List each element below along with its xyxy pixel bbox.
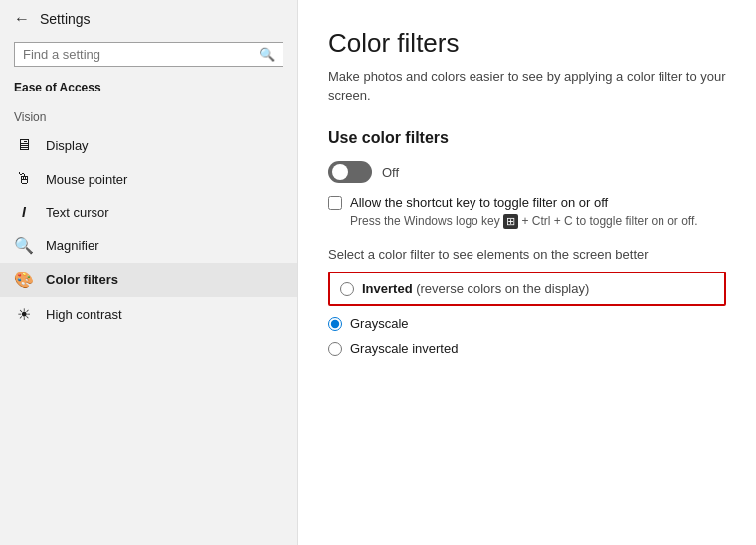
filter-inverted-radio[interactable]	[340, 282, 354, 296]
back-button[interactable]: ←	[14, 10, 30, 28]
magnifier-icon: 🔍	[14, 236, 34, 255]
filter-inverted-bold-label: Inverted	[362, 281, 413, 296]
sidebar-item-display[interactable]: 🖥 Display	[0, 128, 297, 162]
sidebar-item-color-filters[interactable]: 🎨 Color filters	[0, 263, 297, 297]
toggle-state-label: Off	[382, 165, 399, 180]
high-contrast-icon: ☀	[14, 305, 34, 324]
shortcut-checkbox[interactable]	[328, 196, 342, 210]
filter-option-grayscale[interactable]: Grayscale	[328, 316, 726, 331]
vision-section-label: Vision	[0, 102, 297, 128]
sidebar-header: ← Settings	[0, 0, 297, 38]
section-title: Use color filters	[328, 129, 726, 147]
filter-option-inverted[interactable]: Inverted (reverse colors on the display)	[328, 272, 726, 306]
win-key-icon: ⊞	[503, 214, 518, 229]
filter-options: Inverted (reverse colors on the display)…	[328, 272, 726, 356]
sidebar-item-mouse-pointer[interactable]: 🖱 Mouse pointer	[0, 162, 297, 196]
sidebar-item-label: Mouse pointer	[46, 172, 127, 187]
main-content: Color filters Make photos and colors eas…	[298, 0, 756, 545]
shortcut-checkbox-row: Allow the shortcut key to toggle filter …	[328, 195, 726, 210]
ease-of-access-label: Ease of Access	[0, 77, 297, 102]
shortcut-hint: Press the Windows logo key ⊞ + Ctrl + C …	[350, 214, 726, 229]
sidebar-item-label: Display	[46, 138, 89, 153]
toggle-knob	[332, 164, 348, 180]
filter-grayscale-inverted-label[interactable]: Grayscale inverted	[350, 341, 458, 356]
filter-grayscale-label[interactable]: Grayscale	[350, 316, 409, 331]
page-title: Color filters	[328, 28, 726, 59]
page-description: Make photos and colors easier to see by …	[328, 67, 726, 105]
shortcut-checkbox-label[interactable]: Allow the shortcut key to toggle filter …	[350, 195, 608, 210]
filter-option-grayscale-inverted[interactable]: Grayscale inverted	[328, 341, 726, 356]
search-input[interactable]	[23, 47, 253, 62]
text-cursor-icon: I	[14, 204, 34, 220]
search-icon: 🔍	[259, 47, 275, 62]
sidebar-item-text-cursor[interactable]: I Text cursor	[0, 196, 297, 228]
filter-inverted-desc: (reverse colors on the display)	[413, 281, 590, 296]
search-box[interactable]: 🔍	[14, 42, 284, 67]
color-filter-toggle-row: Off	[328, 161, 726, 183]
display-icon: 🖥	[14, 136, 34, 154]
color-filter-toggle[interactable]	[328, 161, 372, 183]
sidebar-item-label: Magnifier	[46, 238, 98, 253]
filter-grayscale-inverted-radio[interactable]	[328, 342, 342, 356]
sidebar-item-magnifier[interactable]: 🔍 Magnifier	[0, 228, 297, 263]
color-filters-icon: 🎨	[14, 271, 34, 289]
sidebar-item-label: High contrast	[46, 307, 122, 322]
filter-grayscale-radio[interactable]	[328, 317, 342, 331]
mouse-pointer-icon: 🖱	[14, 170, 34, 188]
sidebar-item-high-contrast[interactable]: ☀ High contrast	[0, 297, 297, 332]
filter-inverted-label[interactable]: Inverted (reverse colors on the display)	[362, 281, 589, 296]
filter-select-label: Select a color filter to see elements on…	[328, 247, 726, 262]
sidebar-item-label: Text cursor	[46, 205, 109, 220]
sidebar: ← Settings 🔍 Ease of Access Vision 🖥 Dis…	[0, 0, 298, 545]
sidebar-item-label: Color filters	[46, 272, 118, 287]
sidebar-title: Settings	[40, 11, 91, 27]
